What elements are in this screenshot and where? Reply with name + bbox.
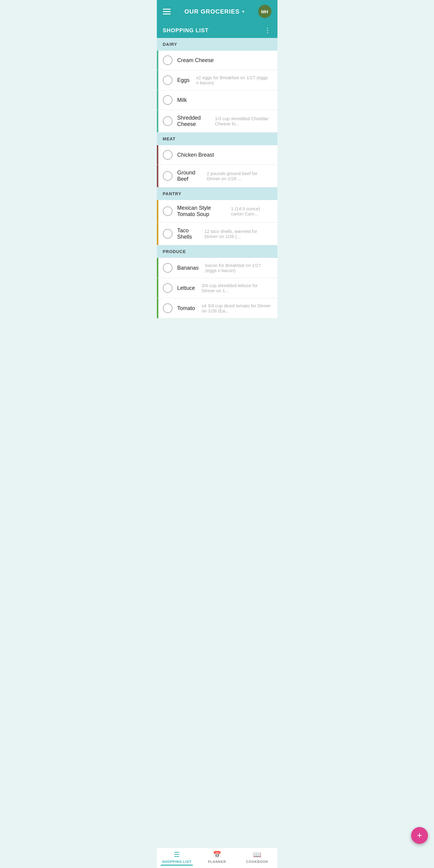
nav-icon-cookbook: 📖 xyxy=(253,851,261,859)
more-options-icon[interactable]: ⋮ xyxy=(264,27,271,34)
item-note: x2 eggs for Breakfast on 1/27 (eggs n ba… xyxy=(196,75,271,85)
item-checkbox[interactable] xyxy=(163,303,173,313)
item-checkbox[interactable] xyxy=(163,95,173,105)
list-item: Taco Shells12 taco shells, warmed for Di… xyxy=(157,223,278,245)
hamburger-menu-icon[interactable] xyxy=(163,9,171,14)
item-name: Taco Shells xyxy=(177,227,198,240)
chevron-down-icon: ▾ xyxy=(242,9,244,14)
item-checkbox[interactable] xyxy=(163,206,173,216)
item-name: Tomato xyxy=(177,305,195,312)
item-checkbox[interactable] xyxy=(163,75,173,85)
list-item: Shredded Cheese1/3 cup shredded Cheddar … xyxy=(157,110,278,132)
list-item: Ground Beef2 pounds ground beef for Dinn… xyxy=(157,165,278,187)
app-title-container[interactable]: OUR GROCERIES ▾ xyxy=(184,8,244,15)
item-checkbox[interactable] xyxy=(163,229,173,239)
item-name: Eggs xyxy=(177,77,190,84)
item-name: Chicken Breast xyxy=(177,152,214,158)
item-note: bacon for Breakfast on 1/27 (eggs n baco… xyxy=(205,263,271,273)
item-note: 2 pounds ground beef for Dinner on 1/26 … xyxy=(207,171,271,181)
item-note: 1/3 cup shredded Cheddar Cheese fo... xyxy=(215,116,271,126)
item-name: Ground Beef xyxy=(177,169,200,182)
item-note: 3/4 cup shredded lettuce for Dinner on 1… xyxy=(202,283,271,293)
list-item: Milk xyxy=(157,90,278,110)
item-note: 12 taco shells, warmed for Dinner on 1/2… xyxy=(204,229,271,239)
item-name: Cream Cheese xyxy=(177,57,214,64)
nav-label-cookbook: COOKBOOK xyxy=(246,860,268,864)
item-name: Shredded Cheese xyxy=(177,115,208,127)
list-item: Lettuce3/4 cup shredded lettuce for Dinn… xyxy=(157,278,278,298)
item-name: Bananas xyxy=(177,265,199,271)
active-underline xyxy=(161,865,193,866)
list-item: Chicken Breast xyxy=(157,145,278,165)
app-title: OUR GROCERIES xyxy=(184,8,239,15)
section-header: SHOPPING LIST ⋮ xyxy=(157,23,278,38)
nav-icon-shopping-list: ☰ xyxy=(174,851,180,859)
item-checkbox[interactable] xyxy=(163,150,173,160)
nav-item-shopping-list[interactable]: ☰SHOPPING LIST xyxy=(157,848,197,868)
nav-label-planner: PLANNER xyxy=(208,860,226,864)
item-note: x4 3/4 cup diced tomato for Dinner on 1/… xyxy=(202,303,271,313)
category-header-meat: MEAT xyxy=(157,132,278,145)
category-header-dairy: DAIRY xyxy=(157,38,278,51)
bottom-nav: ☰SHOPPING LIST📅PLANNER📖COOKBOOK xyxy=(157,847,278,868)
list-item: Tomatox4 3/4 cup diced tomato for Dinner… xyxy=(157,298,278,318)
list-item: Bananasbacon for Breakfast on 1/27 (eggs… xyxy=(157,258,278,278)
nav-icon-planner: 📅 xyxy=(213,851,221,859)
section-header-title: SHOPPING LIST xyxy=(163,27,209,34)
nav-item-cookbook[interactable]: 📖COOKBOOK xyxy=(237,848,277,868)
nav-label-shopping-list: SHOPPING LIST xyxy=(162,860,192,864)
top-nav: OUR GROCERIES ▾ MH xyxy=(157,0,278,23)
list-item: Mexican Style Tomato Soup1 (14.5 ounce) … xyxy=(157,200,278,223)
content: DAIRYCream CheeseEggsx2 eggs for Breakfa… xyxy=(157,38,278,340)
category-title-produce: PRODUCE xyxy=(163,249,186,254)
list-item: Cream Cheese xyxy=(157,51,278,70)
item-name: Milk xyxy=(177,97,187,103)
category-title-meat: MEAT xyxy=(163,136,176,141)
item-note: 1 (14.5 ounce) carton Cam... xyxy=(231,206,271,216)
item-name: Lettuce xyxy=(177,285,195,291)
list-item: Eggsx2 eggs for Breakfast on 1/27 (eggs … xyxy=(157,70,278,90)
item-checkbox[interactable] xyxy=(163,171,173,181)
category-title-dairy: DAIRY xyxy=(163,42,177,47)
item-checkbox[interactable] xyxy=(163,263,173,273)
category-header-produce: PRODUCE xyxy=(157,245,278,258)
item-checkbox[interactable] xyxy=(163,56,173,65)
nav-item-planner[interactable]: 📅PLANNER xyxy=(197,848,237,868)
category-header-pantry: PANTRY xyxy=(157,187,278,200)
item-name: Mexican Style Tomato Soup xyxy=(177,205,224,218)
item-checkbox[interactable] xyxy=(163,116,173,126)
item-checkbox[interactable] xyxy=(163,283,173,293)
avatar[interactable]: MH xyxy=(258,5,271,18)
category-title-pantry: PANTRY xyxy=(163,191,181,196)
